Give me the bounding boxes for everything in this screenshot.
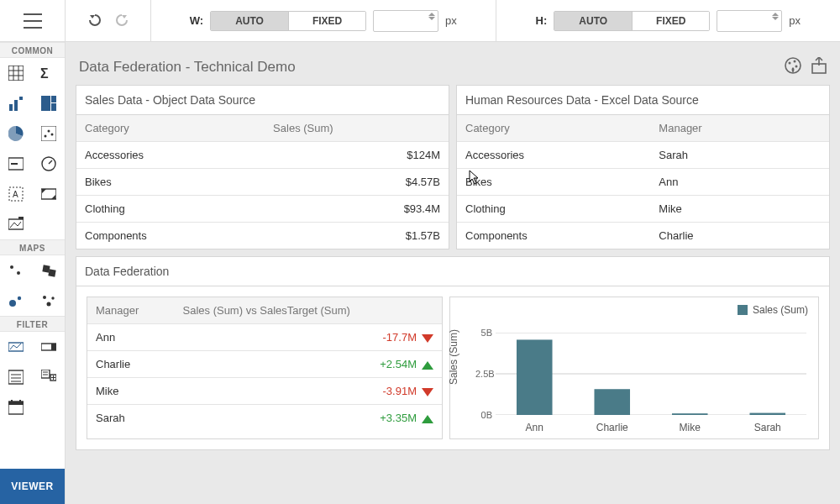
bubble-map-button[interactable]: [0, 286, 33, 316]
svg-point-16: [44, 135, 46, 138]
table-row[interactable]: BikesAnn: [457, 169, 829, 196]
svg-rect-12: [41, 96, 50, 111]
sales-col-sales[interactable]: Sales (Sum): [265, 115, 449, 142]
table-row[interactable]: Ann-17.7M: [87, 324, 442, 351]
cell-delta: +3.35M: [175, 405, 443, 432]
bound-image-widget-button[interactable]: [33, 179, 66, 209]
height-fixed-button[interactable]: FIXED: [632, 12, 709, 30]
table-row[interactable]: Sarah+3.35M: [87, 405, 442, 432]
svg-text:Σ: Σ: [40, 66, 49, 81]
chart-x-tick: Mike: [651, 422, 729, 433]
cell-delta: -17.7M: [175, 324, 443, 351]
federation-table-container: Manager Sales (Sum) vs SalesTarget (Sum)…: [87, 297, 443, 439]
svg-rect-14: [51, 103, 56, 111]
treemap-widget-button[interactable]: [33, 88, 66, 118]
svg-point-32: [9, 300, 16, 307]
history-group: [66, 0, 151, 41]
chart-x-tick: Ann: [496, 422, 574, 433]
sales-data-panel[interactable]: Sales Data - Object Data Source Category…: [76, 85, 449, 249]
text-widget-button[interactable]: A: [0, 179, 33, 209]
height-auto-button[interactable]: AUTO: [554, 12, 632, 30]
cell-category: Bikes: [76, 169, 265, 196]
cell-delta: -3.91M: [175, 378, 443, 405]
federation-chart[interactable]: Sales (Sum) Sales (Sum) 0B2.5B5B AnnChar…: [449, 297, 819, 439]
scatter-widget-button[interactable]: [33, 118, 66, 149]
svg-point-34: [43, 296, 46, 299]
chart-legend: Sales (Sum): [738, 304, 808, 316]
hr-data-panel[interactable]: Human Resources Data - Excel Data Source…: [456, 85, 830, 249]
gauge-widget-button[interactable]: [33, 149, 66, 179]
table-row[interactable]: ComponentsCharlie: [457, 223, 829, 249]
fed-col-delta[interactable]: Sales (Sum) vs SalesTarget (Sum): [175, 297, 443, 324]
svg-rect-27: [18, 217, 24, 219]
geo-point-map-button[interactable]: [0, 255, 33, 286]
pie-widget-button[interactable]: [0, 118, 33, 149]
sidebar-section-filter: FILTER: [0, 316, 65, 332]
hr-table: Category Manager AccessoriesSarahBikesAn…: [457, 115, 829, 249]
svg-point-18: [50, 134, 53, 136]
range-filter-button[interactable]: [0, 332, 33, 362]
cell-delta: +2.54M: [175, 351, 443, 378]
svg-rect-0: [24, 13, 42, 15]
svg-point-55: [789, 62, 791, 65]
federation-panel[interactable]: Data Federation Manager Sales (Sum) vs S…: [76, 256, 830, 450]
cell-category: Clothing: [457, 196, 650, 223]
list-box-filter-button[interactable]: [0, 362, 33, 392]
pie-map-button[interactable]: [33, 286, 66, 316]
table-row[interactable]: Components$1.57B: [76, 223, 449, 249]
hamburger-icon: [24, 13, 42, 29]
cell-sales: $4.57B: [265, 169, 449, 196]
viewer-mode-button[interactable]: VIEWER: [0, 469, 65, 504]
width-unit: px: [445, 14, 457, 27]
image-widget-button[interactable]: [0, 209, 33, 239]
svg-text:A: A: [13, 190, 18, 199]
federation-table: Manager Sales (Sum) vs SalesTarget (Sum)…: [87, 297, 442, 431]
cell-sales: $124M: [265, 142, 449, 169]
export-button[interactable]: [811, 57, 827, 76]
legend-swatch: [738, 305, 748, 315]
height-label: H:: [536, 14, 548, 27]
svg-rect-39: [51, 344, 56, 350]
combo-box-filter-button[interactable]: [33, 332, 66, 362]
width-label: W:: [190, 14, 203, 27]
svg-rect-66: [749, 413, 785, 415]
table-row[interactable]: Clothing$93.4M: [76, 196, 449, 223]
table-row[interactable]: Mike-3.91M: [87, 378, 442, 405]
hamburger-menu-button[interactable]: [0, 0, 66, 41]
svg-rect-3: [8, 66, 24, 81]
height-value-input[interactable]: [717, 10, 782, 32]
trend-up-icon: [422, 415, 433, 423]
table-row[interactable]: AccessoriesSarah: [457, 142, 829, 169]
hr-col-category[interactable]: Category: [457, 115, 650, 142]
date-filter-button[interactable]: [0, 392, 33, 423]
cell-manager: Mike: [650, 196, 829, 223]
cell-category: Clothing: [76, 196, 265, 223]
width-fixed-button[interactable]: FIXED: [288, 12, 365, 30]
width-auto-button[interactable]: AUTO: [211, 12, 288, 30]
width-value-input[interactable]: [373, 10, 438, 32]
sales-col-category[interactable]: Category: [76, 115, 265, 142]
svg-line-22: [49, 160, 52, 164]
choropleth-map-button[interactable]: [33, 255, 66, 286]
card-widget-button[interactable]: [0, 149, 33, 179]
redo-button[interactable]: [114, 13, 129, 29]
chart-plot-area: [496, 333, 806, 415]
cell-category: Components: [76, 223, 265, 249]
svg-rect-51: [8, 402, 24, 405]
hr-col-manager[interactable]: Manager: [650, 115, 829, 142]
fed-col-manager[interactable]: Manager: [87, 297, 175, 324]
table-row[interactable]: ClothingMike: [457, 196, 829, 223]
table-row[interactable]: Charlie+2.54M: [87, 351, 442, 378]
theme-button[interactable]: [785, 57, 801, 76]
pivot-widget-button[interactable]: Σ: [33, 58, 66, 88]
table-row[interactable]: Bikes$4.57B: [76, 169, 449, 196]
tree-view-filter-button[interactable]: [33, 362, 66, 392]
cell-manager: Ann: [87, 324, 175, 351]
height-group: H: AUTO FIXED px: [496, 0, 841, 41]
undo-button[interactable]: [87, 13, 102, 29]
chart-widget-button[interactable]: [0, 88, 33, 118]
height-mode-toggle: AUTO FIXED: [554, 11, 710, 31]
table-row[interactable]: Accessories$124M: [76, 142, 449, 169]
grid-widget-button[interactable]: [0, 58, 33, 88]
trend-dn-icon: [422, 388, 433, 396]
